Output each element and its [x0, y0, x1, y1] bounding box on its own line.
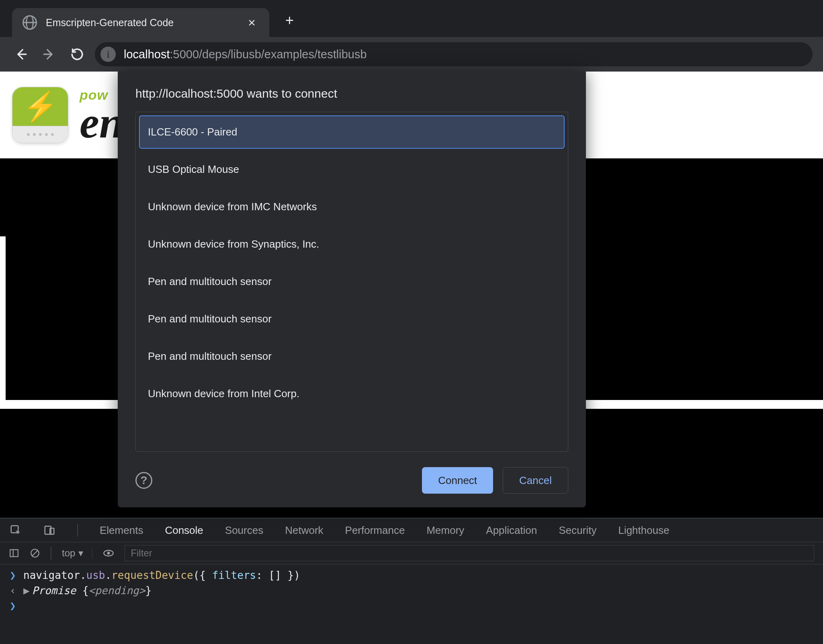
tab-strip: Emscripten-Generated Code × +: [0, 0, 823, 37]
globe-icon: [23, 15, 37, 30]
browser-tab[interactable]: Emscripten-Generated Code ×: [12, 8, 269, 37]
svg-line-8: [32, 550, 38, 556]
logo-main-text: en: [80, 103, 124, 143]
emscripten-logo: ⚡: [12, 87, 68, 143]
usb-device-item[interactable]: Unknown device from Synaptics, Inc.: [140, 228, 564, 260]
svg-rect-5: [10, 550, 18, 556]
back-button[interactable]: [10, 44, 31, 65]
console-output-line: ‹ ▶Promise {<pending>}: [0, 583, 823, 598]
prompt-caret-icon: ❯: [10, 600, 18, 612]
tab-application[interactable]: Application: [486, 524, 537, 537]
input-caret-icon: ❯: [10, 569, 18, 581]
cancel-button[interactable]: Cancel: [503, 467, 568, 494]
console-input-line: ❯ navigator.usb.requestDevice({ filters:…: [0, 568, 823, 583]
console-sidebar-toggle-icon[interactable]: [9, 548, 19, 558]
address-bar[interactable]: i localhost:5000/deps/libusb/examples/te…: [95, 42, 813, 66]
white-vertical-strip: [0, 236, 6, 400]
forward-button[interactable]: [39, 44, 59, 65]
tab-performance[interactable]: Performance: [345, 524, 405, 537]
new-tab-button[interactable]: +: [269, 12, 310, 37]
usb-device-item[interactable]: Pen and multitouch sensor: [140, 303, 564, 335]
usb-device-list[interactable]: ILCE-6600 - PairedUSB Optical MouseUnkno…: [135, 112, 568, 452]
tab-console[interactable]: Console: [165, 524, 203, 537]
usb-device-item[interactable]: Pen and multitouch sensor: [140, 266, 564, 297]
usb-device-item[interactable]: USB Optical Mouse: [140, 154, 564, 185]
usb-device-item[interactable]: Unknown device from IMC Networks: [140, 191, 564, 223]
inspect-element-icon[interactable]: [10, 524, 22, 536]
console-prompt-line[interactable]: ❯: [0, 598, 823, 613]
usb-device-chooser: http://localhost:5000 wants to connect I…: [118, 72, 586, 507]
usb-prompt-text: http://localhost:5000 wants to connect: [135, 87, 568, 100]
url-text: localhost:5000/deps/libusb/examples/test…: [124, 48, 367, 61]
tab-elements[interactable]: Elements: [100, 524, 143, 537]
usb-device-item[interactable]: Pen and multitouch sensor: [140, 340, 564, 372]
site-info-icon[interactable]: i: [100, 47, 116, 62]
console-input-code: navigator.usb.requestDevice({ filters: […: [23, 569, 300, 581]
connect-button[interactable]: Connect: [422, 467, 493, 494]
tab-sources[interactable]: Sources: [225, 524, 263, 537]
tab-memory[interactable]: Memory: [426, 524, 464, 537]
tab-lighthouse[interactable]: Lighthouse: [618, 524, 669, 537]
help-icon[interactable]: ?: [135, 472, 152, 489]
execution-context-selector[interactable]: top ▾: [62, 548, 92, 559]
console-log[interactable]: ❯ navigator.usb.requestDevice({ filters:…: [0, 564, 823, 644]
tab-security[interactable]: Security: [559, 524, 597, 537]
devtools-panel: Elements Console Sources Network Perform…: [0, 518, 823, 644]
usb-device-item[interactable]: Unknown device from Intel Corp.: [140, 378, 564, 410]
console-toolbar: top ▾: [0, 542, 823, 564]
bolt-icon: ⚡: [23, 90, 58, 123]
reload-button[interactable]: [67, 44, 88, 65]
device-toolbar-icon[interactable]: [43, 524, 55, 536]
output-caret-icon: ‹: [10, 585, 18, 597]
usb-device-item[interactable]: ILCE-6600 - Paired: [140, 116, 564, 148]
tab-title: Emscripten-Generated Code: [46, 17, 236, 29]
svg-point-10: [107, 552, 110, 555]
tab-network[interactable]: Network: [285, 524, 323, 537]
devtools-tabs: Elements Console Sources Network Perform…: [0, 519, 823, 542]
clear-console-icon[interactable]: [30, 548, 40, 558]
close-tab-icon[interactable]: ×: [245, 14, 259, 32]
browser-toolbar: i localhost:5000/deps/libusb/examples/te…: [0, 37, 823, 72]
emscripten-wordmark: pow en: [80, 87, 124, 143]
live-expression-icon[interactable]: [103, 548, 114, 559]
console-output-text: ▶Promise {<pending>}: [23, 585, 151, 597]
page-viewport: ⚡ pow en http://localhost:5000 wants to …: [0, 72, 823, 518]
console-filter-input[interactable]: [125, 545, 814, 561]
chevron-down-icon: ▾: [78, 548, 83, 559]
